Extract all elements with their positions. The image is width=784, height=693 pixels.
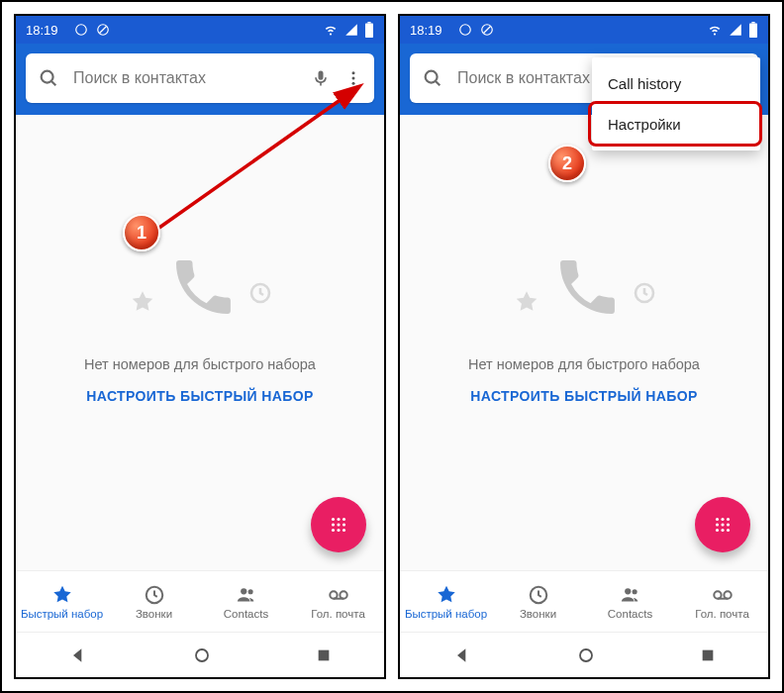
svg-point-29 [459, 25, 470, 36]
voicemail-icon [326, 584, 351, 606]
signal-icon [729, 23, 742, 37]
svg-point-42 [727, 523, 730, 526]
setup-speed-dial-button[interactable]: НАСТРОИТЬ БЫСТРЫЙ НАБОР [470, 388, 698, 404]
svg-line-35 [436, 81, 440, 85]
phone-handset-icon [167, 251, 239, 327]
svg-point-41 [721, 523, 724, 526]
phone-handset-icon [551, 251, 623, 327]
nav-back-button[interactable] [452, 645, 472, 665]
menu-item-settings[interactable]: Настройки [592, 104, 760, 145]
empty-message: Нет номеров для быстрого набора [468, 356, 700, 372]
svg-point-5 [42, 71, 53, 83]
svg-point-17 [332, 529, 335, 532]
status-bar: 18:19 [16, 16, 384, 44]
svg-point-48 [632, 589, 637, 594]
svg-point-49 [714, 591, 721, 598]
empty-illustration [126, 242, 274, 341]
svg-point-21 [241, 588, 246, 594]
search-bar[interactable]: Поиск в контактах [26, 53, 374, 103]
tab-calls[interactable]: Звонки [492, 571, 584, 632]
battery-icon [364, 22, 374, 38]
nav-home-button[interactable] [577, 646, 595, 664]
svg-rect-3 [365, 24, 373, 38]
svg-point-12 [337, 518, 340, 521]
tab-label: Звонки [136, 608, 172, 620]
phone-screenshot-2: 18:19 [398, 14, 770, 679]
status-icon-dnd [480, 23, 494, 37]
tab-contacts[interactable]: Contacts [584, 571, 676, 632]
svg-point-22 [247, 589, 252, 594]
search-icon [38, 67, 59, 89]
menu-item-call-history[interactable]: Call history [592, 63, 760, 104]
nav-recents-button[interactable] [700, 647, 716, 663]
svg-point-23 [330, 591, 337, 598]
android-nav-bar [16, 632, 384, 677]
svg-point-24 [340, 591, 346, 598]
tab-label: Быстрый набор [21, 608, 103, 620]
svg-point-11 [332, 518, 335, 521]
svg-point-50 [724, 591, 731, 598]
contacts-icon [235, 584, 258, 606]
svg-point-19 [343, 529, 345, 532]
svg-line-2 [99, 27, 106, 34]
svg-point-39 [727, 518, 730, 521]
star-icon [51, 584, 73, 606]
bottom-tabs: Быстрый набор Звонки Contacts Гол. почта [400, 570, 768, 632]
status-icon-app [74, 23, 88, 37]
signal-icon [344, 23, 358, 37]
status-time: 18:19 [410, 23, 442, 38]
recent-icon [144, 584, 165, 606]
wifi-icon [707, 23, 723, 37]
contacts-icon [619, 584, 642, 606]
svg-point-44 [721, 529, 724, 532]
svg-rect-32 [749, 24, 757, 38]
svg-line-6 [51, 81, 55, 85]
dialpad-fab[interactable] [311, 497, 366, 552]
tab-label: Contacts [608, 608, 652, 620]
recent-icon [528, 584, 549, 606]
svg-point-26 [196, 649, 208, 661]
tab-contacts[interactable]: Contacts [200, 571, 292, 632]
nav-recents-button[interactable] [316, 647, 332, 663]
tab-voicemail[interactable]: Гол. почта [292, 571, 384, 632]
svg-point-45 [727, 529, 730, 532]
empty-message: Нет номеров для быстрого набора [84, 356, 316, 372]
nav-home-button[interactable] [193, 646, 211, 664]
phone-screenshot-1: 18:19 [14, 14, 386, 679]
tab-label: Звонки [520, 608, 556, 620]
overflow-menu-button[interactable] [339, 63, 368, 93]
annotation-step-2-badge: 2 [548, 145, 586, 182]
tab-speed-dial[interactable]: Быстрый набор [400, 571, 492, 632]
svg-point-7 [352, 71, 355, 74]
svg-point-16 [343, 523, 345, 526]
svg-point-9 [352, 82, 355, 85]
dialpad-fab[interactable] [695, 497, 750, 552]
overflow-menu: Call history Настройки [592, 57, 760, 150]
tab-label: Гол. почта [311, 608, 365, 620]
svg-rect-53 [703, 649, 714, 660]
nav-back-button[interactable] [68, 645, 88, 665]
tab-label: Contacts [224, 608, 268, 620]
tab-speed-dial[interactable]: Быстрый набор [16, 571, 108, 632]
star-icon [514, 289, 539, 319]
voicemail-icon [710, 584, 735, 606]
voice-search-icon[interactable] [311, 68, 331, 88]
setup-speed-dial-button[interactable]: НАСТРОИТЬ БЫСТРЫЙ НАБОР [86, 388, 314, 404]
svg-point-52 [580, 649, 592, 661]
search-placeholder: Поиск в контактах [73, 69, 303, 87]
svg-point-47 [625, 588, 631, 594]
main-content: Нет номеров для быстрого набора НАСТРОИТ… [400, 115, 768, 570]
search-icon [422, 67, 443, 89]
status-icon-app [458, 23, 472, 37]
status-bar: 18:19 [400, 16, 768, 44]
tab-calls[interactable]: Звонки [108, 571, 200, 632]
android-nav-bar [400, 632, 768, 677]
svg-point-18 [337, 529, 340, 532]
svg-point-15 [337, 523, 340, 526]
battery-icon [748, 22, 758, 38]
tab-voicemail[interactable]: Гол. почта [676, 571, 768, 632]
annotation-step-1-badge: 1 [123, 214, 160, 251]
svg-rect-4 [367, 22, 370, 24]
svg-point-0 [75, 25, 86, 36]
app-header: Поиск в контактах [16, 44, 384, 115]
